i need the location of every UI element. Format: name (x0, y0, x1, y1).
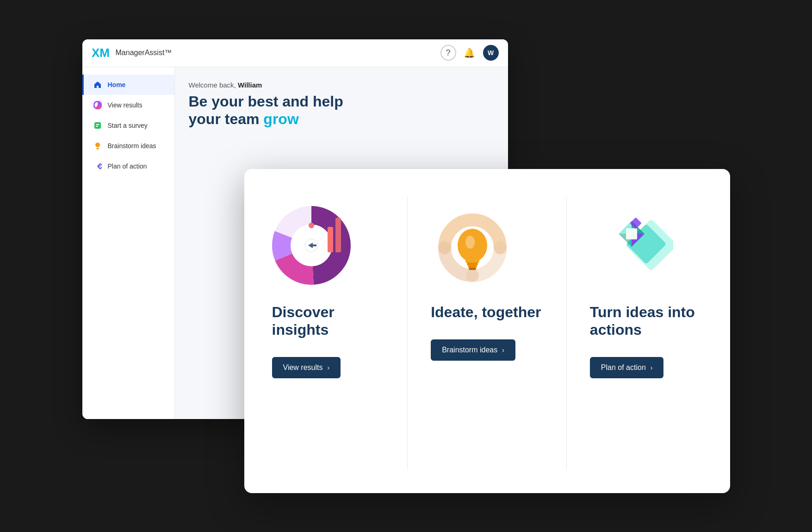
ideate-illustration (431, 197, 514, 289)
brainstorm-ideas-button[interactable]: Brainstorm ideas › (431, 339, 515, 361)
view-results-button[interactable]: View results › (272, 357, 341, 378)
discover-title: Discover insights (272, 303, 384, 339)
sidebar: Home View results (82, 67, 175, 419)
title-bar: XM ManagerAssist™ ? 🔔 W (82, 39, 508, 67)
chevron-right-icon: › (327, 364, 329, 371)
survey-icon (93, 121, 102, 130)
actions-illustration (590, 197, 673, 289)
hero-heading: Be your best and help your team grow (189, 93, 494, 128)
svg-rect-29 (626, 228, 637, 239)
help-icon: ? (446, 48, 450, 58)
sidebar-item-brainstorm[interactable]: Brainstorm ideas (82, 136, 174, 156)
sidebar-item-start-survey[interactable]: Start a survey (82, 115, 174, 136)
svg-rect-2 (94, 122, 101, 129)
feature-card: Discover insights View results › (244, 169, 730, 493)
svg-rect-17 (335, 218, 341, 252)
actions-title: Turn ideas into actions (590, 303, 702, 339)
discover-card: Discover insights View results › (272, 197, 384, 379)
svg-text:XM: XM (92, 46, 110, 60)
svg-rect-20 (465, 259, 479, 263)
bulb-icon (93, 141, 102, 150)
divider-2 (566, 197, 567, 470)
sidebar-item-home[interactable]: Home (82, 75, 174, 95)
svg-rect-16 (328, 227, 333, 252)
avatar-button[interactable]: W (483, 45, 499, 61)
divider-1 (407, 197, 408, 470)
chart-icon (93, 100, 102, 110)
app-title: ManagerAssist™ (116, 49, 435, 57)
svg-rect-3 (96, 124, 99, 125)
chevron-right-icon-3: › (651, 364, 653, 371)
sidebar-item-plan[interactable]: Plan of action (82, 156, 174, 176)
svg-point-23 (465, 236, 475, 249)
svg-rect-7 (96, 149, 99, 150)
actions-card: Turn ideas into actions Plan of action › (590, 197, 702, 379)
svg-rect-22 (468, 265, 477, 268)
chevron-right-icon-2: › (502, 346, 504, 354)
xm-logo-icon: XM (92, 46, 110, 60)
ideate-title: Ideate, together (431, 303, 541, 321)
svg-rect-4 (96, 126, 98, 127)
discover-illustration (272, 197, 355, 289)
welcome-message: Welcome back, William (189, 81, 494, 89)
svg-point-5 (95, 143, 100, 147)
svg-rect-6 (97, 148, 99, 149)
plan-icon (93, 162, 102, 171)
notifications-button[interactable]: 🔔 (462, 45, 477, 61)
sidebar-item-view-results[interactable]: View results (82, 95, 174, 115)
help-button[interactable]: ? (440, 45, 456, 61)
svg-rect-21 (467, 263, 478, 265)
svg-point-18 (309, 223, 314, 228)
bell-icon: 🔔 (464, 47, 475, 58)
ideate-card: Ideate, together Brainstorm ideas › (431, 197, 543, 361)
home-icon (93, 80, 102, 89)
plan-of-action-button[interactable]: Plan of action › (590, 357, 664, 378)
svg-rect-25 (469, 268, 476, 270)
